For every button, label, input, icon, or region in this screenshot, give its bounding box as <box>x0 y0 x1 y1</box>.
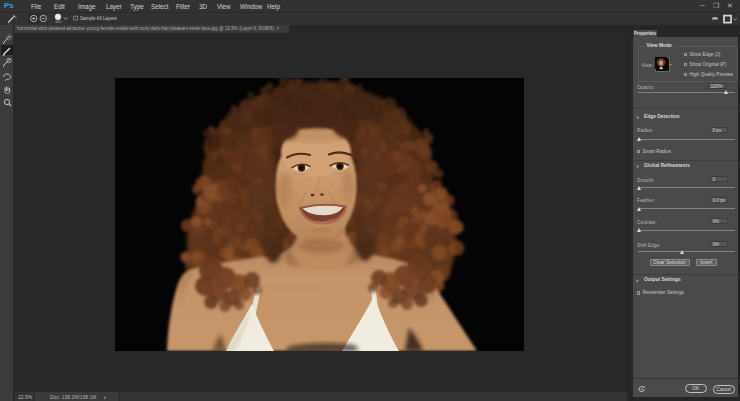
svg-text:Sample All Layers: Sample All Layers <box>80 16 117 21</box>
svg-text:300: 300 <box>55 20 61 24</box>
